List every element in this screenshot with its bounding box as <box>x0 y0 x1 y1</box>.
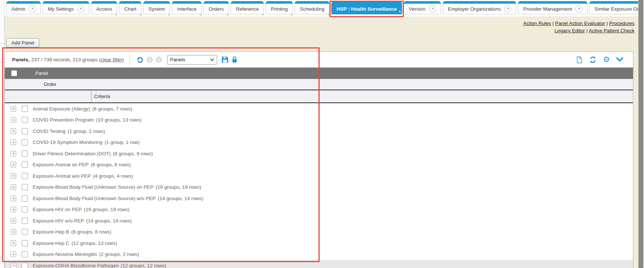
expand-plus-icon[interactable] <box>11 117 16 123</box>
row-checkbox[interactable] <box>22 229 28 235</box>
expand-plus-icon[interactable] <box>11 263 16 268</box>
expand-plus-icon[interactable] <box>11 229 16 235</box>
panel-row-text: COVID Testing(1 group, 2 rows) <box>33 128 105 134</box>
save-icon[interactable] <box>222 56 229 63</box>
panel-row[interactable]: Driver Fitness Determination (DOT)(8 gro… <box>5 148 633 159</box>
expand-plus-icon[interactable] <box>11 184 16 190</box>
panel-row[interactable]: Exposure-OSHA Bloodborne Pathogen(12 gro… <box>5 260 633 268</box>
quick-link[interactable]: Panel Action Evaluator <box>555 21 605 26</box>
quick-link[interactable]: Action Rules <box>523 21 551 26</box>
open-in-new-icon[interactable] <box>77 6 84 12</box>
row-checkbox[interactable] <box>22 240 28 246</box>
quick-link[interactable]: Active Patient Check <box>589 28 634 33</box>
panel-name: Exposure-Hep B <box>33 229 69 235</box>
row-checkbox[interactable] <box>22 218 28 224</box>
tab-label: HSP : Health Surveillance <box>337 6 397 12</box>
panel-row[interactable]: Exposure-HIV w/o PEP(14 groups, 14 rows) <box>5 215 633 227</box>
quick-link[interactable]: Procedures <box>609 21 634 26</box>
add-panel-button[interactable]: Add Panel <box>6 38 39 47</box>
gutter-divider <box>0 43 4 44</box>
expand-plus-icon[interactable] <box>11 173 16 179</box>
row-checkbox[interactable] <box>22 128 28 134</box>
expand-plus-icon[interactable] <box>11 106 16 112</box>
clear-filter-link[interactable]: (clear filter) <box>99 57 124 62</box>
new-document-icon[interactable] <box>576 56 583 64</box>
open-in-new-icon[interactable] <box>504 6 511 12</box>
panel-row[interactable]: Exposure-Animal w/o PEP(4 groups, 4 rows… <box>5 170 633 182</box>
panel-row[interactable]: COVID Prevention Program(10 groups, 13 r… <box>5 115 633 126</box>
tab[interactable]: Chart <box>119 1 141 14</box>
panel-row[interactable]: Exposure-Blood Body Fluid (Unknown Sourc… <box>5 182 633 193</box>
row-checkbox[interactable] <box>22 173 28 179</box>
tab[interactable]: Reference <box>231 1 264 14</box>
row-checkbox[interactable] <box>22 251 28 257</box>
panel-row[interactable]: Exposure-Nisseria Meningitis(2 groups, 2… <box>5 249 633 260</box>
panel-row[interactable]: COVID-19 Symptom Monitoring(1 group, 1 r… <box>5 137 633 148</box>
tab[interactable]: Interface <box>172 1 202 14</box>
row-checkbox[interactable] <box>22 195 28 202</box>
expand-plus-icon[interactable] <box>11 128 16 134</box>
previous-icon[interactable] <box>147 57 153 63</box>
tab[interactable]: Access <box>91 1 118 14</box>
open-in-new-icon[interactable] <box>29 6 36 12</box>
panel-row[interactable]: Animal Exposure (Allergy)(6 groups, 7 ro… <box>5 103 633 115</box>
tab[interactable]: HSP : Health Surveillance <box>331 1 402 14</box>
expand-plus-icon[interactable] <box>11 140 16 145</box>
vertical-scrollbar[interactable] <box>638 0 644 268</box>
left-splitter-gutter[interactable] <box>0 0 4 268</box>
tab[interactable]: Admin <box>6 1 41 14</box>
panel-name: Exposure-Blood Body Fluid (Unknown Sourc… <box>33 184 154 190</box>
expand-plus-icon[interactable] <box>11 151 16 156</box>
select-all-checkbox[interactable] <box>11 70 17 76</box>
grid-toolbar-right: ⚙ <box>576 56 623 64</box>
expand-plus-icon[interactable] <box>11 207 16 212</box>
row-checkbox[interactable] <box>22 184 28 190</box>
row-checkbox[interactable] <box>22 139 28 145</box>
undo-icon[interactable] <box>136 56 144 64</box>
tab[interactable]: My Settings <box>43 1 89 14</box>
expand-plus-icon[interactable] <box>11 162 16 167</box>
tab[interactable]: Similar Exposure Groups (SEGs) <box>589 1 638 14</box>
tab[interactable]: Orders <box>204 1 229 14</box>
tab[interactable]: Employer Organizations <box>443 1 516 14</box>
panel-counts: (8 groups, 8 rows) <box>71 229 111 235</box>
expand-plus-icon[interactable] <box>11 240 16 246</box>
quick-link[interactable]: Legacy Editor <box>555 28 585 33</box>
tab[interactable]: System <box>143 1 170 14</box>
panel-row[interactable]: Exposure-Hep B(8 groups, 8 rows) <box>5 227 633 238</box>
panel-row[interactable]: Exposure-Blood Body Fluid (Unknown Sourc… <box>5 193 633 204</box>
tab-label: Similar Exposure Groups (SEGs) <box>594 6 638 12</box>
row-checkbox[interactable] <box>22 106 28 112</box>
row-checkbox[interactable] <box>22 162 28 168</box>
tab-label: Access <box>96 6 112 12</box>
panel-row[interactable]: Exposure-Hep C(12 groups, 13 rows) <box>5 238 633 249</box>
tab-menu-corner-icon <box>291 14 292 16</box>
panel-row[interactable]: COVID Testing(1 group, 2 rows) <box>5 126 633 137</box>
panel-row[interactable]: Exposure-HIV on PEP(19 groups, 19 rows) <box>5 204 633 216</box>
panel-name: Exposure-Hep C <box>33 240 69 246</box>
collapse-chevron-icon[interactable] <box>616 57 623 62</box>
tab[interactable]: Provider Management <box>518 1 587 14</box>
open-in-new-icon[interactable] <box>429 6 436 12</box>
panel-counts: (6 groups, 6 rows) <box>91 162 131 167</box>
scrollbar-thumb[interactable] <box>638 0 643 268</box>
expand-plus-icon[interactable] <box>11 251 16 257</box>
tab[interactable]: Printing <box>266 1 293 14</box>
panel-name: Exposure-Blood Body Fluid (Unknown Sourc… <box>33 196 156 201</box>
tab[interactable]: Scheduling <box>295 1 330 14</box>
row-checkbox[interactable] <box>22 117 28 123</box>
row-checkbox[interactable] <box>22 262 28 268</box>
open-in-new-icon[interactable] <box>575 6 582 12</box>
column-divider <box>91 90 91 102</box>
lock-icon[interactable] <box>231 56 238 63</box>
row-checkbox[interactable] <box>22 206 28 213</box>
view-select[interactable]: Panels <box>167 55 217 65</box>
panel-row[interactable]: Exposure-Animal on PEP(6 groups, 6 rows) <box>5 159 633 171</box>
next-icon[interactable] <box>156 57 162 63</box>
row-checkbox[interactable] <box>22 151 28 157</box>
refresh-icon[interactable] <box>589 56 597 64</box>
tab[interactable]: Version <box>404 1 441 14</box>
settings-gear-icon[interactable]: ⚙ <box>603 56 610 64</box>
expand-plus-icon[interactable] <box>11 218 16 224</box>
expand-plus-icon[interactable] <box>11 196 16 201</box>
